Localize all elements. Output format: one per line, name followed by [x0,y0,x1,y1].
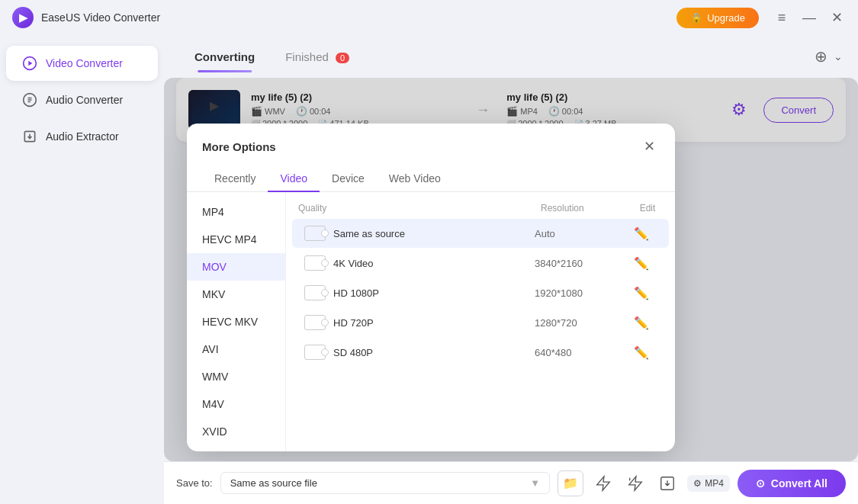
quality-resolution: Auto [535,228,626,239]
sidebar-item-label: Video Converter [46,57,123,69]
quality-name: HD 720P [333,317,535,329]
settings-small-icon: ⚙ [693,478,702,489]
minimize-button[interactable]: — [800,8,818,27]
quality-icon [304,226,326,241]
quality-row-4k[interactable]: 4K Video 3840*2160 ✏️ [292,249,669,278]
bottombar: Save to: Same as source file ▼ 📁 [164,461,858,504]
quality-resolution: 1920*1080 [535,287,626,299]
settings-icon-button[interactable] [623,471,648,496]
modal-title: More Options [202,140,276,153]
video-converter-icon [21,55,38,72]
quality-name: 4K Video [333,258,535,269]
titlebar-controls: ≡ — ✕ [773,8,846,27]
save-to-select[interactable]: Same as source file ▼ [220,472,550,494]
edit-col-header: Edit [632,203,663,213]
format-item-avi[interactable]: AVI [187,335,285,363]
save-to-label: Save to: [176,477,213,489]
quality-name: Same as source [333,228,535,239]
format-item-mp4[interactable]: MP4 [187,198,285,226]
edit-icon[interactable]: ✏️ [626,286,657,300]
convert-all-button[interactable]: ⊙ Convert All [737,470,846,497]
modal-body: MP4 HEVC MP4 MOV MKV HEVC MKV AVI WMV M4… [187,192,675,451]
add-tab-button[interactable]: ⊕ [815,47,827,66]
mp4-format-badge[interactable]: ⚙ MP4 [687,475,730,492]
folder-icon: 📁 [563,476,578,490]
modal-tab-recently[interactable]: Recently [202,166,268,192]
quality-row-480p[interactable]: SD 480P 640*480 ✏️ [292,338,669,367]
save-to-value: Same as source file [230,477,317,489]
quality-row-same-as-source[interactable]: Same as source Auto ✏️ [292,219,669,248]
finished-badge: 0 [336,53,349,63]
format-item-xvid[interactable]: XVID [187,418,285,445]
quality-icon [304,255,326,271]
quality-col-header: Quality [298,203,541,213]
app-logo: ▶ [12,7,34,28]
sidebar-item-label: Audio Extractor [46,130,119,143]
modal-tab-video[interactable]: Video [268,166,320,192]
quality-name: SD 480P [333,347,535,358]
sidebar-item-label: Audio Converter [46,94,123,106]
edit-icon[interactable]: ✏️ [626,256,657,271]
logo-icon: ▶ [19,11,27,24]
audio-converter-icon [21,91,38,108]
modal-header: More Options ✕ [187,124,675,157]
mp4-label: MP4 [705,478,724,489]
folder-button[interactable]: 📁 [558,470,583,496]
file-area: ▶ my life (5) (2) 🎬 WMV 🕐 [164,78,858,461]
format-item-mov[interactable]: MOV [187,253,285,281]
quality-resolution: 1280*720 [535,317,626,329]
edit-icon[interactable]: ✏️ [626,316,657,330]
modal-tab-web-video[interactable]: Web Video [377,166,453,192]
svg-marker-1 [28,61,32,66]
app-title: EaseUS Video Converter [41,11,669,24]
tab-converting[interactable]: Converting [179,41,270,72]
sidebar-item-audio-converter[interactable]: Audio Converter [6,82,158,117]
upgrade-label: Upgrade [707,12,745,24]
audio-extractor-icon [21,128,38,145]
tab-chevron-icon[interactable]: ⌄ [834,50,843,63]
tab-converting-label: Converting [194,50,255,63]
quality-header: Quality Resolution Edit [286,198,675,218]
sidebar-item-video-converter[interactable]: Video Converter [6,46,158,81]
titlebar: ▶ EaseUS Video Converter 🔒 Upgrade ≡ — ✕ [0,0,858,35]
quality-resolution: 640*480 [535,347,626,358]
format-item-wmv[interactable]: WMV [187,363,285,390]
format-item-hevc-mp4[interactable]: HEVC MP4 [187,226,285,253]
lock-icon: 🔒 [690,12,702,24]
more-options-modal: More Options ✕ Recently Video Device [187,124,675,451]
sidebar: Video Converter Audio Converter Audio Ex… [0,35,164,504]
modal-close-button[interactable]: ✕ [638,136,660,157]
quality-resolution: 3840*2160 [535,258,626,269]
quality-icon [304,285,326,300]
convert-all-icon: ⊙ [756,477,765,490]
sidebar-item-audio-extractor[interactable]: Audio Extractor [6,119,158,154]
modal-overlay: More Options ✕ Recently Video Device [164,78,858,461]
modal-tab-device[interactable]: Device [320,166,377,192]
quality-row-720p[interactable]: HD 720P 1280*720 ✏️ [292,308,669,337]
quality-icon [304,345,326,360]
resolution-col-header: Resolution [541,203,632,213]
modal-tabs: Recently Video Device Web Video [187,157,675,192]
close-button[interactable]: ✕ [827,8,846,27]
format-item-m4v[interactable]: M4V [187,390,285,418]
quality-row-1080p[interactable]: HD 1080P 1920*1080 ✏️ [292,278,669,307]
menu-button[interactable]: ≡ [773,8,791,27]
tab-finished-label: Finished [285,50,329,63]
dropdown-chevron-icon: ▼ [530,477,540,489]
format-list: MP4 HEVC MP4 MOV MKV HEVC MKV AVI WMV M4… [187,192,286,451]
quality-icon [304,315,326,330]
format-item-mkv[interactable]: MKV [187,281,285,308]
edit-icon[interactable]: ✏️ [626,226,657,241]
format-item-hevc-mkv[interactable]: HEVC MKV [187,308,285,335]
tab-finished[interactable]: Finished 0 [270,41,365,72]
export-icon-button[interactable] [655,471,680,496]
upgrade-button[interactable]: 🔒 Upgrade [676,8,759,28]
tabbar: Converting Finished 0 ⊕ ⌄ [164,35,858,78]
quality-name: HD 1080P [333,287,535,299]
convert-all-label: Convert All [771,477,827,490]
edit-icon[interactable]: ✏️ [626,345,657,360]
speed-icon-button[interactable] [591,471,615,496]
quality-list: Quality Resolution Edit Same as source A… [286,192,675,451]
